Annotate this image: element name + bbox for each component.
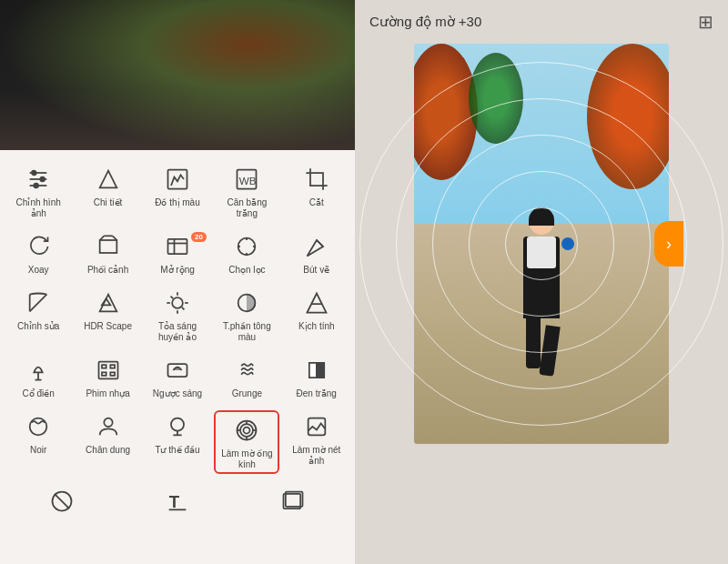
svg-rect-38 <box>110 365 115 368</box>
triangle-icon <box>92 163 125 196</box>
svg-point-17 <box>238 238 256 256</box>
right-header: Cường độ mờ +30 ⊞ <box>355 0 728 40</box>
grunge-label: Grunge <box>232 388 262 399</box>
head-icon <box>161 410 194 443</box>
t-phan-tong-mau-label: T.phần tôngmàu <box>223 321 271 343</box>
chi-tiet-label: Chi tiết <box>94 197 123 208</box>
xoay-label: Xoay <box>28 265 49 276</box>
tool-co-dien[interactable]: Cổ điền <box>5 354 71 399</box>
cat-label: Cắt <box>309 197 324 208</box>
tool-ban[interactable] <box>29 485 95 519</box>
tool-chinh-hinh-anh[interactable]: Chỉnh hìnhảnh <box>5 163 71 219</box>
tree-right <box>587 44 669 189</box>
svg-rect-39 <box>102 372 106 376</box>
lamp-icon <box>22 354 55 387</box>
blur-lens-icon <box>230 414 263 447</box>
tool-phoi-canh[interactable]: Phối cảnh <box>76 230 141 276</box>
tool-chon-loc[interactable]: Chọn lọc <box>214 230 279 276</box>
tools-row-2: Xoay Phối cảnh <box>0 225 355 281</box>
chinh-hinh-anh-label: Chỉnh hìnhảnh <box>16 197 61 219</box>
do-thi-mau-label: Đồ thị màu <box>155 197 200 208</box>
tool-toa-sang[interactable]: Tỏa sánghuyền ảo <box>145 287 210 343</box>
photo-bg <box>414 44 669 444</box>
chart-icon <box>161 163 194 196</box>
expand-icon <box>161 230 194 263</box>
tool-do-thi-mau[interactable]: Đồ thị màu <box>145 163 210 208</box>
tool-chan-dung[interactable]: Chân dung <box>76 410 141 456</box>
tools-row-4: Cổ điền Phim nhựa <box>0 348 355 405</box>
photo-container: › <box>414 44 669 444</box>
leg-right <box>539 325 560 377</box>
svg-line-22 <box>317 240 323 247</box>
tool-but-ve[interactable]: Bút vẽ <box>284 230 349 276</box>
tool-xoay[interactable]: Xoay <box>5 230 71 276</box>
adjust-icon <box>22 163 55 196</box>
svg-rect-40 <box>110 372 115 376</box>
person-hair <box>529 207 554 226</box>
grunge-icon <box>230 354 263 387</box>
phim-nhua-label: Phim nhựa <box>86 388 129 399</box>
brush-icon <box>300 230 333 263</box>
tool-chinh-sua[interactable]: Chỉnh sửa <box>5 287 71 332</box>
rotate-icon <box>22 230 55 263</box>
tools-row-1: Chỉnh hìnhảnh Chi tiết Đồ thị màu <box>0 157 355 225</box>
text-icon: T <box>161 485 194 518</box>
tools-grid: Chỉnh hìnhảnh Chi tiết Đồ thị màu <box>0 150 355 564</box>
kich-tinh-label: Kịch tính <box>298 321 335 332</box>
svg-line-32 <box>171 297 174 299</box>
svg-rect-10 <box>99 240 116 253</box>
tone-icon <box>230 287 263 319</box>
tool-tu-the-dau[interactable]: Tư thế đầu <box>145 410 210 456</box>
tool-text[interactable]: T <box>145 485 210 519</box>
left-panel: Chỉnh hìnhảnh Chi tiết Đồ thị màu <box>0 0 355 564</box>
tool-album[interactable] <box>260 485 326 519</box>
tool-phim-nhua[interactable]: Phim nhựa <box>76 354 141 399</box>
tool-nguoc-sang[interactable]: Ngược sáng <box>145 354 210 399</box>
edit-icon <box>22 287 55 319</box>
svg-text:WB: WB <box>239 175 257 186</box>
orange-action-button[interactable]: › <box>654 221 683 267</box>
tool-chi-tiet[interactable]: Chi tiết <box>76 163 141 208</box>
ban-icon <box>46 485 78 518</box>
svg-rect-14 <box>167 239 187 254</box>
tree-left <box>414 44 478 180</box>
tool-noir[interactable]: Noir <box>5 410 71 456</box>
can-bang-trang-label: Cân bằngtrắng <box>227 197 267 219</box>
svg-line-57 <box>54 494 68 509</box>
mountain-icon <box>92 287 125 319</box>
tool-den-trang[interactable]: Đen trắng <box>284 354 349 399</box>
noir-label: Noir <box>30 445 46 456</box>
drama-icon <box>300 287 333 319</box>
mo-rong-label: Mở rộng <box>160 265 195 276</box>
tools-row-5: Noir Chân dung <box>0 405 355 479</box>
photo-person <box>514 207 569 389</box>
svg-point-4 <box>41 177 46 182</box>
tool-hdr-scape[interactable]: HDR Scape <box>76 287 141 332</box>
tool-kich-tinh[interactable]: Kịch tính <box>284 287 349 332</box>
tool-can-bang-trang[interactable]: WB Cân bằngtrắng <box>214 163 279 219</box>
chon-loc-label: Chọn lọc <box>228 265 265 276</box>
photo-scene <box>414 44 669 444</box>
tree-mid <box>469 53 523 144</box>
blur-control-dot[interactable] <box>561 237 574 250</box>
tool-lam-mo-net-anh[interactable]: Làm mờ nétảnh <box>284 410 349 467</box>
chan-dung-label: Chân dung <box>86 445 130 456</box>
tools-row-6: T <box>0 479 355 525</box>
svg-marker-6 <box>99 171 116 188</box>
hdr-scape-label: HDR Scape <box>84 321 132 332</box>
tool-lam-mo-ong-kinh[interactable]: Làm mờ ốngkính <box>214 410 279 474</box>
tool-grunge[interactable]: Grunge <box>214 354 279 399</box>
person-top <box>527 237 556 268</box>
header-title: Cường độ mờ +30 <box>369 14 481 30</box>
svg-rect-37 <box>102 365 106 368</box>
person-legs <box>514 318 569 376</box>
noir-icon <box>22 410 55 443</box>
svg-text:T: T <box>169 492 180 511</box>
tool-mo-rong[interactable]: Mở rộng 20 <box>145 230 210 276</box>
svg-point-43 <box>30 418 47 436</box>
adjust-sliders-icon[interactable]: ⊞ <box>698 11 713 33</box>
toa-sang-label: Tỏa sánghuyền ảo <box>158 321 197 343</box>
crop-icon <box>300 163 333 196</box>
tool-cat[interactable]: Cắt <box>284 163 349 208</box>
tool-t-phan-tong-mau[interactable]: T.phần tôngmàu <box>214 287 279 343</box>
